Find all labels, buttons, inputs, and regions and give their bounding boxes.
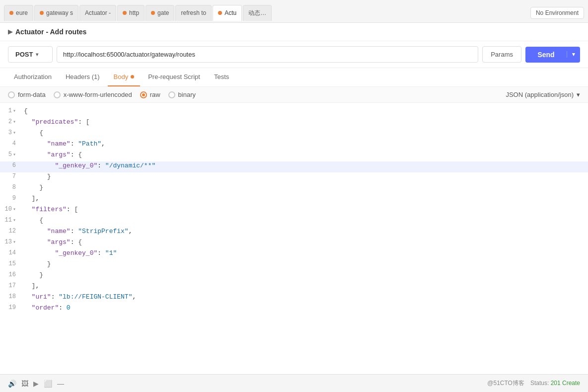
urlencoded-label: x-www-form-urlencoded xyxy=(64,91,132,98)
minus-icon[interactable]: — xyxy=(57,380,64,388)
tab-prerequest[interactable]: Pre-request Script xyxy=(142,68,206,86)
option-binary[interactable]: binary xyxy=(168,91,196,98)
tab-http[interactable]: http xyxy=(117,5,145,21)
option-raw[interactable]: raw xyxy=(140,91,160,98)
line-number-6: 6 xyxy=(0,162,20,169)
line-number-3: 3 ▾ xyxy=(0,129,20,136)
fold-arrow-2[interactable]: ▾ xyxy=(13,119,16,125)
code-line-9: 9 ], xyxy=(0,194,588,205)
code-content-16: } xyxy=(20,271,588,279)
url-bar: POST ▾ Params Send ▾ xyxy=(0,41,588,68)
tab-actu[interactable]: Actu xyxy=(213,5,242,21)
play-icon[interactable]: ▶ xyxy=(33,380,39,388)
fold-arrow-5[interactable]: ▾ xyxy=(13,152,16,157)
tab-headers[interactable]: Headers (1) xyxy=(60,68,106,86)
code-line-8: 8 } xyxy=(0,183,588,194)
body-options: form-data x-www-form-urlencoded raw bina… xyxy=(0,87,588,103)
line-number-1: 1 ▾ xyxy=(0,107,20,114)
json-type-select[interactable]: JSON (application/json) ▾ xyxy=(506,91,580,98)
tab-gate[interactable]: gate xyxy=(146,5,174,21)
fold-arrow-1[interactable]: ▾ xyxy=(13,108,16,114)
code-line-5: 5 ▾ "args": { xyxy=(0,151,588,161)
send-label: Send xyxy=(525,51,567,59)
image-icon[interactable]: 🖼 xyxy=(21,380,28,388)
code-line-11: 11 ▾ { xyxy=(0,216,588,227)
method-label: POST xyxy=(15,51,33,58)
speaker-icon[interactable]: 🔊 xyxy=(8,380,16,388)
tab-dot-eure xyxy=(9,11,13,15)
tab-refresh[interactable]: refresh to xyxy=(175,5,212,21)
raw-label: raw xyxy=(150,91,160,98)
env-selector[interactable]: No Environment xyxy=(530,7,584,19)
radio-raw xyxy=(140,91,147,98)
code-line-17: 17 ], xyxy=(0,282,588,293)
line-number-10: 10 ▾ xyxy=(0,206,20,213)
tab-label-actuator-dash: Actuator - xyxy=(85,9,111,16)
tab-label-gateway: gateway s xyxy=(46,9,73,16)
line-number-9: 9 xyxy=(0,195,20,202)
tab-dot-actu xyxy=(218,11,222,15)
fold-arrow-10[interactable]: ▾ xyxy=(13,206,16,212)
code-line-14: 14 "_genkey_0": "1" xyxy=(0,249,588,260)
code-content-11: { xyxy=(20,217,588,224)
tab-label-http: http xyxy=(129,9,139,16)
code-content-12: "name": "StripPrefix", xyxy=(20,228,588,235)
line-number-7: 7 xyxy=(0,173,20,180)
tab-eure[interactable]: eure xyxy=(4,5,33,21)
send-dropdown-icon[interactable]: ▾ xyxy=(567,51,580,58)
window-icon[interactable]: ⬜ xyxy=(44,380,52,388)
tab-auth-label: Authorization xyxy=(14,73,52,80)
code-content-13: "args": { xyxy=(20,238,588,246)
tab-actuator-dash[interactable]: Actuator - xyxy=(79,5,116,21)
option-urlencoded[interactable]: x-www-form-urlencoded xyxy=(54,91,132,98)
code-line-4: 4 "name": "Path", xyxy=(0,140,588,151)
code-line-18: 18 "uri": "lb://FEIGN-CLIENT", xyxy=(0,293,588,304)
tab-label-eure: eure xyxy=(16,9,28,16)
fold-arrow-3[interactable]: ▾ xyxy=(13,130,16,136)
request-title-bar: ▶ Actuator - Add routes xyxy=(0,23,588,41)
tab-dynamic[interactable]: 动态… xyxy=(243,5,272,21)
line-number-8: 8 xyxy=(0,184,20,191)
tab-label-actu: Actu xyxy=(224,9,236,16)
url-input[interactable] xyxy=(57,46,478,63)
code-editor[interactable]: 1 ▾{2 ▾ "predicates": [3 ▾ {4 "name": "P… xyxy=(0,103,588,374)
code-line-12: 12 "name": "StripPrefix", xyxy=(0,227,588,238)
code-content-7: } xyxy=(20,173,588,180)
code-line-10: 10 ▾ "filters": [ xyxy=(0,205,588,216)
code-line-13: 13 ▾ "args": { xyxy=(0,238,588,249)
radio-form-data xyxy=(8,91,15,98)
request-title: Actuator - Add routes xyxy=(15,28,86,36)
tab-tests[interactable]: Tests xyxy=(208,68,235,86)
fold-arrow-13[interactable]: ▾ xyxy=(13,239,16,245)
code-content-10: "filters": [ xyxy=(20,206,588,213)
env-selector-wrapper: No Environment xyxy=(530,7,584,19)
tab-gateway[interactable]: gateway s xyxy=(34,5,78,21)
option-form-data[interactable]: form-data xyxy=(8,91,46,98)
tab-prerequest-label: Pre-request Script xyxy=(148,73,200,80)
code-content-14: "_genkey_0": "1" xyxy=(20,249,588,257)
tab-body[interactable]: Body xyxy=(108,68,141,86)
bottom-right: @51CTO博客Status: 201 Create xyxy=(487,379,580,388)
fold-arrow-11[interactable]: ▾ xyxy=(13,217,16,223)
tab-authorization[interactable]: Authorization xyxy=(8,68,58,86)
line-number-2: 2 ▾ xyxy=(0,118,20,125)
tab-label-dynamic: 动态… xyxy=(248,9,266,17)
method-chevron-icon: ▾ xyxy=(36,52,38,57)
body-dot-icon xyxy=(131,75,134,78)
params-button[interactable]: Params xyxy=(482,46,521,63)
source-label: @51CTO博客 xyxy=(487,380,524,387)
line-number-19: 19 xyxy=(0,304,20,311)
line-number-16: 16 xyxy=(0,271,20,278)
code-content-9: ], xyxy=(20,195,588,202)
status-label: Status: 201 Create xyxy=(530,380,580,387)
code-content-4: "name": "Path", xyxy=(20,140,588,148)
method-select[interactable]: POST ▾ xyxy=(8,46,53,63)
code-content-8: } xyxy=(20,184,588,191)
tab-dot-gateway xyxy=(40,11,44,15)
send-button[interactable]: Send ▾ xyxy=(525,47,580,63)
line-number-17: 17 xyxy=(0,282,20,289)
code-line-1: 1 ▾{ xyxy=(0,107,588,118)
code-line-3: 3 ▾ { xyxy=(0,129,588,140)
code-line-16: 16 } xyxy=(0,271,588,282)
line-number-14: 14 xyxy=(0,249,20,256)
